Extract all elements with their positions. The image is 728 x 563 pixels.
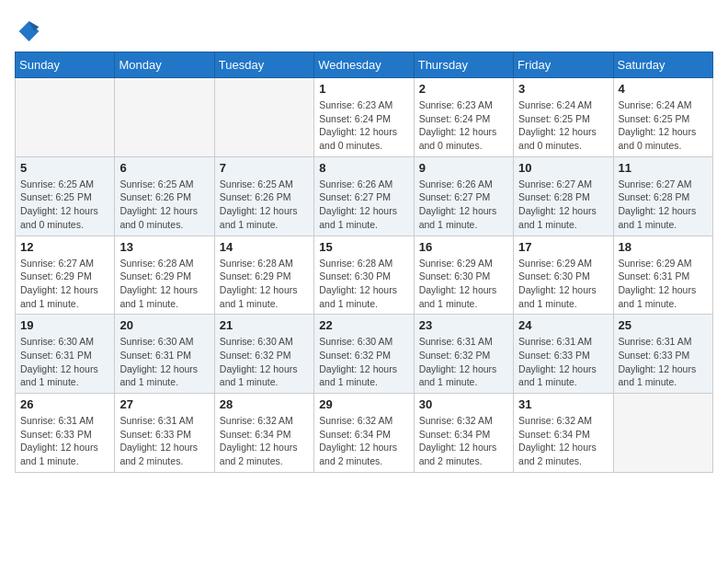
cell-info: Sunrise: 6:24 AMSunset: 6:25 PMDaylight:… [619, 98, 708, 153]
cell-info: Sunrise: 6:26 AMSunset: 6:27 PMDaylight:… [419, 178, 508, 232]
calendar-week-row: 26Sunrise: 6:31 AMSunset: 6:33 PMDayligh… [16, 394, 713, 473]
day-number: 23 [419, 318, 508, 332]
cell-info: Sunrise: 6:32 AMSunset: 6:34 PMDaylight:… [518, 414, 608, 468]
calendar-cell [613, 394, 712, 473]
calendar-cell: 2Sunrise: 6:23 AMSunset: 6:24 PMDaylight… [414, 78, 513, 157]
day-number: 3 [518, 82, 608, 96]
day-number: 13 [119, 240, 209, 254]
day-number: 6 [119, 161, 209, 175]
weekday-header-sunday: Sunday [16, 52, 115, 78]
cell-info: Sunrise: 6:30 AMSunset: 6:32 PMDaylight:… [220, 335, 309, 389]
calendar-cell: 23Sunrise: 6:31 AMSunset: 6:32 PMDayligh… [414, 315, 513, 394]
calendar-cell: 1Sunrise: 6:23 AMSunset: 6:24 PMDaylight… [314, 78, 414, 157]
day-number: 15 [319, 240, 408, 254]
day-number: 7 [220, 161, 309, 175]
cell-info: Sunrise: 6:29 AMSunset: 6:30 PMDaylight:… [518, 257, 608, 311]
logo [15, 18, 42, 44]
calendar-cell: 5Sunrise: 6:25 AMSunset: 6:25 PMDaylight… [16, 156, 115, 236]
calendar-table: SundayMondayTuesdayWednesdayThursdayFrid… [15, 52, 713, 473]
calendar-cell: 16Sunrise: 6:29 AMSunset: 6:30 PMDayligh… [414, 236, 513, 315]
day-number: 22 [319, 318, 408, 332]
day-number: 20 [119, 318, 209, 332]
calendar-cell: 6Sunrise: 6:25 AMSunset: 6:26 PMDaylight… [115, 156, 214, 236]
cell-info: Sunrise: 6:31 AMSunset: 6:33 PMDaylight:… [119, 414, 209, 468]
day-number: 28 [220, 397, 309, 411]
page-header [15, 15, 713, 44]
cell-info: Sunrise: 6:31 AMSunset: 6:33 PMDaylight:… [518, 335, 608, 389]
day-number: 25 [619, 318, 708, 332]
day-number: 29 [319, 397, 408, 411]
svg-marker-0 [19, 21, 40, 41]
calendar-week-row: 19Sunrise: 6:30 AMSunset: 6:31 PMDayligh… [16, 315, 713, 394]
calendar-cell: 27Sunrise: 6:31 AMSunset: 6:33 PMDayligh… [115, 394, 214, 473]
calendar-cell: 8Sunrise: 6:26 AMSunset: 6:27 PMDaylight… [314, 156, 414, 236]
day-number: 24 [518, 318, 608, 332]
day-number: 2 [419, 82, 508, 96]
day-number: 8 [319, 161, 408, 175]
day-number: 9 [419, 161, 508, 175]
day-number: 1 [319, 82, 408, 96]
day-number: 11 [619, 161, 708, 175]
logo-icon [15, 18, 40, 44]
cell-info: Sunrise: 6:26 AMSunset: 6:27 PMDaylight:… [319, 178, 408, 232]
day-number: 30 [419, 397, 508, 411]
day-number: 26 [20, 397, 109, 411]
cell-info: Sunrise: 6:30 AMSunset: 6:31 PMDaylight:… [119, 335, 209, 389]
cell-info: Sunrise: 6:27 AMSunset: 6:28 PMDaylight:… [619, 178, 708, 232]
day-number: 5 [20, 161, 109, 175]
calendar-cell [16, 78, 115, 157]
cell-info: Sunrise: 6:25 AMSunset: 6:26 PMDaylight:… [119, 178, 209, 232]
cell-info: Sunrise: 6:30 AMSunset: 6:32 PMDaylight:… [319, 335, 408, 389]
weekday-header-wednesday: Wednesday [314, 52, 414, 78]
calendar-cell: 20Sunrise: 6:30 AMSunset: 6:31 PMDayligh… [115, 315, 214, 394]
cell-info: Sunrise: 6:29 AMSunset: 6:31 PMDaylight:… [619, 257, 708, 311]
cell-info: Sunrise: 6:31 AMSunset: 6:32 PMDaylight:… [419, 335, 508, 389]
day-number: 18 [619, 240, 708, 254]
calendar-cell: 25Sunrise: 6:31 AMSunset: 6:33 PMDayligh… [613, 315, 712, 394]
calendar-cell: 7Sunrise: 6:25 AMSunset: 6:26 PMDaylight… [214, 156, 313, 236]
calendar-cell: 3Sunrise: 6:24 AMSunset: 6:25 PMDaylight… [514, 78, 613, 157]
cell-info: Sunrise: 6:23 AMSunset: 6:24 PMDaylight:… [319, 98, 408, 153]
day-number: 12 [20, 240, 109, 254]
cell-info: Sunrise: 6:31 AMSunset: 6:33 PMDaylight:… [619, 335, 708, 389]
weekday-header-tuesday: Tuesday [214, 52, 313, 78]
cell-info: Sunrise: 6:28 AMSunset: 6:30 PMDaylight:… [319, 257, 408, 311]
calendar-cell: 28Sunrise: 6:32 AMSunset: 6:34 PMDayligh… [214, 394, 313, 473]
calendar-cell: 24Sunrise: 6:31 AMSunset: 6:33 PMDayligh… [514, 315, 613, 394]
day-number: 14 [220, 240, 309, 254]
weekday-header-friday: Friday [514, 52, 613, 78]
cell-info: Sunrise: 6:32 AMSunset: 6:34 PMDaylight:… [220, 414, 309, 468]
day-number: 27 [119, 397, 209, 411]
calendar-header-row: SundayMondayTuesdayWednesdayThursdayFrid… [16, 52, 713, 78]
calendar-cell: 19Sunrise: 6:30 AMSunset: 6:31 PMDayligh… [16, 315, 115, 394]
calendar-cell: 31Sunrise: 6:32 AMSunset: 6:34 PMDayligh… [514, 394, 613, 473]
day-number: 16 [419, 240, 508, 254]
calendar-week-row: 12Sunrise: 6:27 AMSunset: 6:29 PMDayligh… [16, 236, 713, 315]
cell-info: Sunrise: 6:23 AMSunset: 6:24 PMDaylight:… [419, 98, 508, 153]
calendar-cell: 21Sunrise: 6:30 AMSunset: 6:32 PMDayligh… [214, 315, 313, 394]
calendar-cell: 13Sunrise: 6:28 AMSunset: 6:29 PMDayligh… [115, 236, 214, 315]
calendar-cell: 11Sunrise: 6:27 AMSunset: 6:28 PMDayligh… [613, 156, 712, 236]
calendar-cell: 17Sunrise: 6:29 AMSunset: 6:30 PMDayligh… [514, 236, 613, 315]
calendar-cell: 4Sunrise: 6:24 AMSunset: 6:25 PMDaylight… [613, 78, 712, 157]
cell-info: Sunrise: 6:27 AMSunset: 6:29 PMDaylight:… [20, 257, 109, 311]
cell-info: Sunrise: 6:25 AMSunset: 6:25 PMDaylight:… [20, 178, 109, 232]
cell-info: Sunrise: 6:32 AMSunset: 6:34 PMDaylight:… [319, 414, 408, 468]
calendar-cell: 22Sunrise: 6:30 AMSunset: 6:32 PMDayligh… [314, 315, 414, 394]
calendar-cell: 10Sunrise: 6:27 AMSunset: 6:28 PMDayligh… [514, 156, 613, 236]
calendar-cell: 9Sunrise: 6:26 AMSunset: 6:27 PMDaylight… [414, 156, 513, 236]
weekday-header-saturday: Saturday [613, 52, 712, 78]
day-number: 31 [518, 397, 608, 411]
cell-info: Sunrise: 6:27 AMSunset: 6:28 PMDaylight:… [518, 178, 608, 232]
day-number: 21 [220, 318, 309, 332]
cell-info: Sunrise: 6:28 AMSunset: 6:29 PMDaylight:… [119, 257, 209, 311]
cell-info: Sunrise: 6:31 AMSunset: 6:33 PMDaylight:… [20, 414, 109, 468]
calendar-cell: 12Sunrise: 6:27 AMSunset: 6:29 PMDayligh… [16, 236, 115, 315]
calendar-cell: 26Sunrise: 6:31 AMSunset: 6:33 PMDayligh… [16, 394, 115, 473]
calendar-cell: 15Sunrise: 6:28 AMSunset: 6:30 PMDayligh… [314, 236, 414, 315]
day-number: 19 [20, 318, 109, 332]
cell-info: Sunrise: 6:28 AMSunset: 6:29 PMDaylight:… [220, 257, 309, 311]
day-number: 10 [518, 161, 608, 175]
day-number: 17 [518, 240, 608, 254]
cell-info: Sunrise: 6:32 AMSunset: 6:34 PMDaylight:… [419, 414, 508, 468]
